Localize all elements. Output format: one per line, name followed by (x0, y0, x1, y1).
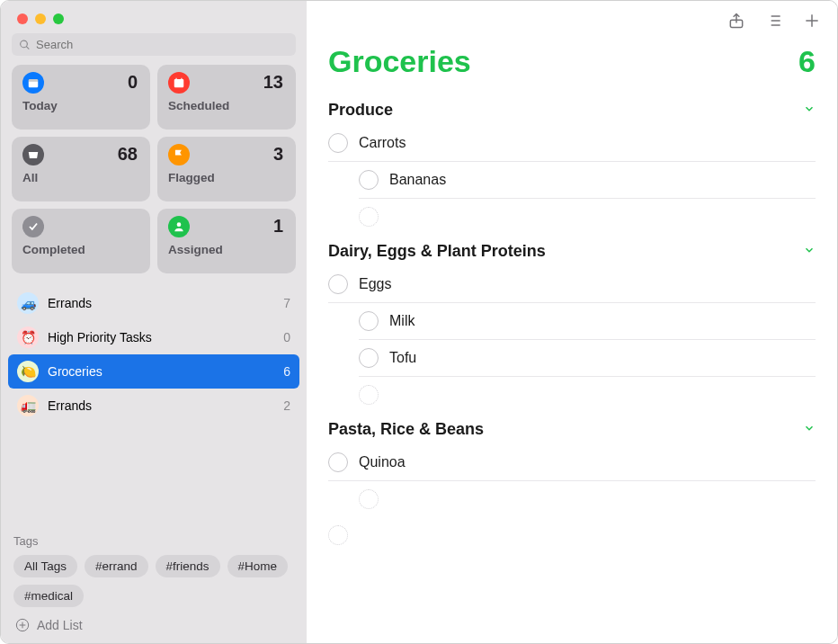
title-row: Groceries 6 (307, 35, 837, 94)
smart-label: Flagged (168, 171, 285, 184)
main-panel: Groceries 6 Produce Carrots BananasDairy… (307, 1, 837, 643)
smart-card-all[interactable]: 68 All (12, 137, 150, 201)
section-header: Pasta, Rice & Beans (328, 413, 816, 444)
sidebar: 0 Today 13 Scheduled 68 All 3 Flagged Co… (1, 1, 307, 643)
tags-section: Tags All Tags#errand#friends#Home#medica… (1, 525, 307, 607)
completion-circle-empty[interactable] (359, 385, 379, 405)
reminder-text: Quinoa (359, 454, 406, 470)
list-name: High Priority Tasks (48, 330, 283, 344)
search-container (1, 33, 307, 65)
today-icon (22, 72, 44, 94)
reminder-text: Bananas (389, 172, 446, 188)
section-header: Produce (328, 94, 816, 125)
completion-circle[interactable] (328, 133, 348, 153)
chevron-down-icon[interactable] (803, 422, 816, 438)
completion-circle-empty[interactable] (328, 525, 348, 545)
smart-label: Completed (22, 243, 139, 256)
smart-card-completed[interactable]: Completed (12, 209, 150, 273)
smart-label: All (22, 171, 139, 184)
completed-icon (22, 216, 44, 237)
list-count: 6 (798, 44, 816, 79)
reminder-text: Carrots (359, 135, 406, 151)
chevron-down-icon[interactable] (803, 244, 816, 260)
smart-label: Assigned (168, 243, 285, 256)
reminder-row[interactable]: Eggs (328, 266, 816, 303)
list-icon: ⏰ (17, 326, 39, 348)
tag-pill[interactable]: All Tags (13, 555, 77, 577)
smart-label: Scheduled (168, 99, 285, 112)
completion-circle[interactable] (328, 274, 348, 294)
new-reminder-placeholder[interactable] (359, 481, 816, 517)
reminder-row[interactable]: Quinoa (328, 444, 816, 481)
plus-circle-icon (15, 618, 30, 632)
list-name: Errands (48, 398, 283, 413)
toolbar (307, 1, 837, 35)
close-icon[interactable] (17, 13, 28, 24)
tag-pill[interactable]: #medical (13, 585, 84, 607)
maximize-icon[interactable] (53, 13, 64, 24)
smart-count: 68 (118, 144, 138, 165)
search-icon (19, 39, 31, 51)
svg-rect-2 (174, 79, 184, 87)
smart-count: 3 (273, 144, 283, 165)
list-item-count: 2 (283, 398, 290, 413)
completion-circle[interactable] (359, 348, 379, 368)
list-name: Errands (48, 296, 283, 310)
smart-card-today[interactable]: 0 Today (12, 65, 150, 130)
completion-circle[interactable] (328, 452, 348, 472)
new-reminder-placeholder[interactable] (307, 517, 837, 553)
reminder-row[interactable]: Bananas (359, 162, 816, 199)
all-icon (22, 144, 44, 165)
new-reminder-placeholder[interactable] (359, 199, 816, 235)
completion-circle-empty[interactable] (359, 207, 379, 227)
completion-circle[interactable] (359, 170, 379, 190)
minimize-icon[interactable] (35, 13, 46, 24)
smart-card-flagged[interactable]: 3 Flagged (157, 137, 296, 201)
completion-circle[interactable] (359, 311, 379, 331)
my-lists: 🚙 Errands 7⏰ High Priority Tasks 0🍋 Groc… (1, 282, 307, 525)
search-input[interactable] (36, 38, 289, 51)
smart-card-scheduled[interactable]: 13 Scheduled (157, 65, 296, 130)
sidebar-list-item[interactable]: ⏰ High Priority Tasks 0 (8, 320, 299, 354)
list-title: Groceries (328, 44, 471, 79)
reminder-row[interactable]: Milk (359, 303, 816, 340)
tags-header: Tags (13, 534, 294, 548)
sidebar-list-item[interactable]: 🍋 Groceries 6 (8, 354, 299, 389)
sidebar-list-item[interactable]: 🚙 Errands 7 (8, 286, 299, 320)
add-list-button[interactable]: Add List (1, 607, 307, 643)
list-name: Groceries (48, 364, 283, 379)
svg-point-3 (177, 222, 182, 227)
list-view-icon[interactable] (765, 12, 783, 30)
completion-circle-empty[interactable] (359, 489, 379, 509)
reminder-section: Pasta, Rice & Beans Quinoa (307, 413, 837, 517)
tag-pill[interactable]: #Home (227, 555, 289, 577)
reminder-section: Produce Carrots Bananas (307, 94, 837, 235)
reminder-text: Tofu (389, 350, 416, 366)
reminders-content: Produce Carrots BananasDairy, Eggs & Pla… (307, 94, 837, 643)
scheduled-icon (168, 72, 190, 94)
smart-card-assigned[interactable]: 1 Assigned (157, 209, 296, 273)
section-title: Pasta, Rice & Beans (328, 420, 484, 439)
list-icon: 🍋 (17, 361, 39, 382)
smart-count: 0 (128, 72, 138, 93)
section-title: Produce (328, 101, 393, 120)
reminder-text: Eggs (359, 276, 391, 292)
add-list-label: Add List (37, 618, 83, 632)
share-icon[interactable] (727, 12, 745, 30)
flagged-icon (168, 144, 190, 165)
chevron-down-icon[interactable] (803, 103, 816, 119)
search-field[interactable] (12, 33, 296, 56)
tag-pill[interactable]: #errand (85, 555, 148, 577)
app-window: 0 Today 13 Scheduled 68 All 3 Flagged Co… (0, 0, 838, 644)
tag-pill[interactable]: #friends (156, 555, 220, 577)
svg-rect-1 (29, 79, 39, 82)
tags-wrap: All Tags#errand#friends#Home#medical (13, 555, 294, 607)
reminder-section: Dairy, Eggs & Plant Proteins Eggs Milk T… (307, 235, 837, 413)
add-reminder-icon[interactable] (803, 12, 821, 30)
reminder-row[interactable]: Carrots (328, 125, 816, 162)
sidebar-list-item[interactable]: 🚛 Errands 2 (8, 389, 299, 423)
reminder-row[interactable]: Tofu (359, 340, 816, 377)
new-reminder-placeholder[interactable] (359, 377, 816, 413)
smart-label: Today (22, 99, 139, 112)
smart-count: 1 (273, 216, 283, 237)
